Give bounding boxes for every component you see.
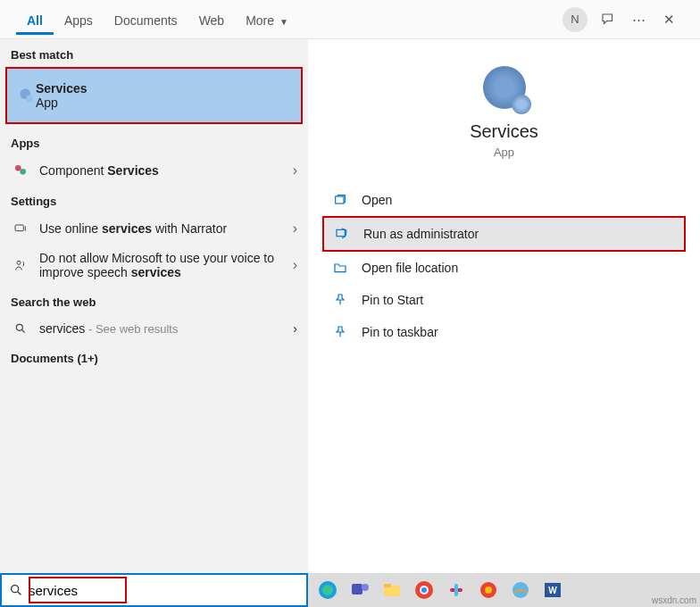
tab-all[interactable]: All (16, 4, 54, 35)
taskbar-explorer-icon[interactable] (378, 576, 406, 604)
close-icon[interactable]: ✕ (654, 4, 684, 35)
component-icon (11, 163, 30, 178)
taskbar-chrome-icon[interactable] (410, 576, 438, 604)
taskbar-app-icon[interactable] (474, 576, 503, 604)
user-avatar[interactable]: N (562, 7, 588, 32)
result-web-search[interactable]: services - See web results › (0, 314, 308, 343)
result-component-services[interactable]: Component Services › (0, 155, 308, 186)
svg-point-1 (26, 95, 33, 102)
chevron-right-icon: › (293, 220, 297, 237)
group-best-match: Best match (0, 39, 308, 67)
results-panel: Best match Services App Apps Component S… (0, 39, 308, 573)
result-speech-services[interactable]: Do not allow Microsoft to use your voice… (0, 244, 308, 287)
tab-more[interactable]: More ▼ (235, 4, 299, 35)
svg-rect-4 (15, 225, 23, 231)
search-icon (11, 322, 30, 335)
tab-web[interactable]: Web (188, 4, 236, 35)
search-icon (9, 583, 23, 597)
svg-point-6 (16, 324, 22, 330)
detail-sub: App (308, 146, 700, 159)
speech-icon (11, 258, 30, 272)
best-match-sub: App (36, 96, 88, 110)
taskbar: W (308, 573, 700, 607)
top-tabs: All Apps Documents Web More ▼ N ⋯ ✕ (0, 0, 700, 39)
more-options-icon[interactable]: ⋯ (623, 4, 654, 35)
action-open[interactable]: Open (322, 184, 686, 216)
result-narrator-services[interactable]: Use online services with Narrator › (0, 213, 308, 244)
svg-point-3 (20, 169, 26, 175)
taskbar-edge-icon[interactable] (313, 576, 342, 604)
detail-app-icon (308, 66, 700, 109)
group-apps: Apps (0, 128, 308, 155)
watermark: wsxdn.com (652, 595, 696, 605)
svg-point-22 (485, 586, 492, 594)
best-match-title: Services (36, 81, 88, 96)
taskbar-word-icon[interactable]: W (538, 576, 567, 604)
tab-apps[interactable]: Apps (54, 4, 104, 35)
svg-rect-7 (336, 196, 344, 204)
best-match-result[interactable]: Services App (5, 67, 303, 124)
chevron-right-icon: › (293, 257, 297, 273)
search-input[interactable] (29, 583, 299, 598)
svg-point-18 (421, 587, 427, 593)
svg-rect-20 (454, 584, 458, 596)
svg-point-2 (15, 165, 21, 171)
narrator-icon (11, 221, 30, 236)
chevron-right-icon: › (293, 162, 297, 179)
svg-rect-15 (384, 584, 391, 587)
svg-rect-12 (352, 584, 362, 595)
taskbar-app-icon[interactable] (506, 576, 535, 604)
detail-title: Services (308, 121, 700, 142)
pin-icon (329, 325, 351, 339)
svg-rect-8 (337, 229, 345, 236)
action-run-as-admin[interactable]: Run as administrator (322, 216, 686, 252)
feedback-icon[interactable] (593, 4, 623, 35)
action-pin-start[interactable]: Pin to Start (322, 284, 686, 316)
svg-point-5 (17, 261, 21, 264)
folder-icon (329, 261, 351, 275)
svg-text:W: W (548, 586, 557, 595)
svg-point-9 (12, 586, 19, 593)
taskbar-teams-icon[interactable] (346, 576, 374, 604)
gear-icon (18, 87, 36, 104)
pin-icon (329, 293, 351, 307)
action-pin-taskbar[interactable]: Pin to taskbar (322, 316, 686, 348)
tab-documents[interactable]: Documents (104, 4, 188, 35)
admin-icon (331, 227, 353, 241)
taskbar-slack-icon[interactable] (442, 576, 471, 604)
group-documents: Documents (1+) (0, 343, 308, 370)
open-icon (329, 193, 351, 207)
group-settings: Settings (0, 186, 308, 213)
svg-point-13 (362, 584, 369, 591)
svg-point-11 (322, 585, 333, 595)
search-bar[interactable] (0, 573, 308, 607)
detail-panel: Services App Open Run as administrator O… (308, 39, 700, 573)
group-search-web: Search the web (0, 287, 308, 314)
action-open-file-location[interactable]: Open file location (322, 252, 686, 284)
chevron-right-icon: › (293, 321, 297, 336)
